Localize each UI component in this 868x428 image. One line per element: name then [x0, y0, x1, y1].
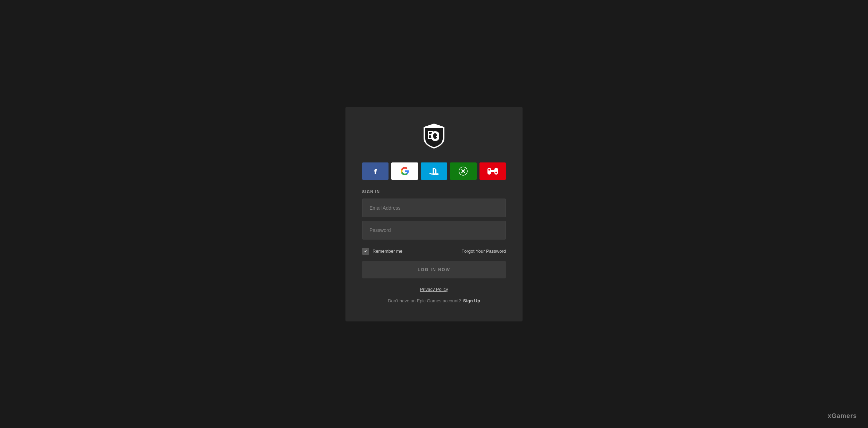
xbox-login-button[interactable] — [450, 162, 476, 180]
no-account-text: Don't have an Epic Games account? — [388, 298, 461, 303]
login-modal: SIGN IN ✓ Remember me Forgot Your Passwo… — [345, 107, 523, 321]
sign-in-label: SIGN IN — [362, 190, 506, 194]
xbox-icon — [458, 166, 468, 176]
email-input[interactable] — [362, 199, 506, 217]
svg-rect-8 — [487, 168, 491, 175]
signup-row: Don't have an Epic Games account? Sign U… — [388, 298, 480, 303]
checkbox-checkmark: ✓ — [364, 249, 368, 253]
nintendo-icon — [487, 167, 498, 175]
facebook-icon — [371, 167, 379, 175]
svg-rect-10 — [491, 170, 495, 172]
privacy-policy-link[interactable]: Privacy Policy — [420, 287, 448, 292]
playstation-login-button[interactable] — [421, 162, 447, 180]
facebook-login-button[interactable] — [362, 162, 389, 180]
playstation-icon — [429, 167, 439, 175]
svg-point-11 — [488, 169, 490, 170]
remember-me-container[interactable]: ✓ Remember me — [362, 248, 402, 255]
sign-up-link[interactable]: Sign Up — [463, 298, 480, 303]
remember-me-label: Remember me — [373, 249, 402, 254]
epic-games-logo — [424, 124, 444, 149]
login-button[interactable]: LOG IN NOW — [362, 261, 506, 278]
google-icon — [400, 167, 409, 176]
social-buttons-container — [362, 162, 506, 180]
logo-container — [424, 124, 444, 150]
password-input[interactable] — [362, 221, 506, 240]
watermark: xGamers — [828, 412, 857, 420]
google-login-button[interactable] — [391, 162, 418, 180]
svg-rect-9 — [494, 168, 498, 175]
svg-point-12 — [495, 171, 497, 173]
options-row: ✓ Remember me Forgot Your Password — [362, 248, 506, 255]
nintendo-login-button[interactable] — [479, 162, 506, 180]
forgot-password-link[interactable]: Forgot Your Password — [461, 249, 506, 254]
remember-me-checkbox[interactable]: ✓ — [362, 248, 369, 255]
